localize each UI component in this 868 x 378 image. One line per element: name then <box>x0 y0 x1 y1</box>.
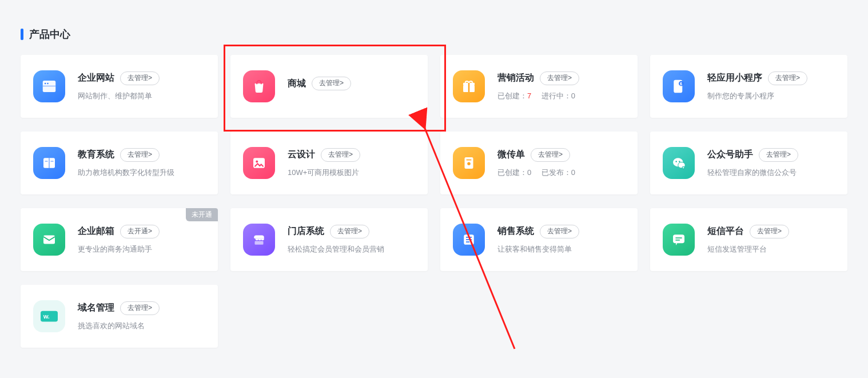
shopping-bag-icon <box>243 70 275 102</box>
card-title: 微传单 <box>497 149 525 161</box>
card-education[interactable]: 教育系统 去管理> 助力教培机构数字化转型升级 <box>21 132 218 194</box>
svg-rect-24 <box>255 241 264 245</box>
section-title: 产品中心 <box>29 27 70 41</box>
card-stats: 已创建：7 进行中：0 <box>497 91 625 101</box>
card-flyer[interactable]: 微传单 去管理> 已创建：0 已发布：0 <box>440 132 638 194</box>
manage-button[interactable]: 去管理> <box>330 225 369 238</box>
open-button[interactable]: 去开通> <box>120 225 160 238</box>
card-subtitle: 助力教培机构数字化转型升级 <box>78 168 205 178</box>
wechat-icon <box>663 147 695 179</box>
card-subtitle: 轻松搞定会员管理和会员营销 <box>288 244 415 254</box>
card-title: 企业邮箱 <box>78 225 114 237</box>
card-title: 轻应用小程序 <box>707 72 762 84</box>
book-icon <box>33 147 65 179</box>
miniapp-icon <box>663 70 695 102</box>
card-domain[interactable]: W. 域名管理 去管理> 挑选喜欢的网站域名 <box>21 285 218 348</box>
flyer-icon <box>453 147 485 179</box>
card-title: 云设计 <box>288 149 315 161</box>
domain-icon: W. <box>33 300 65 332</box>
manage-button[interactable]: 去管理> <box>120 71 160 85</box>
not-open-badge: 未开通 <box>186 208 218 221</box>
card-subtitle: 制作您的专属小程序 <box>707 91 835 101</box>
store-icon <box>243 224 275 256</box>
accent-bar <box>21 29 23 40</box>
card-store-system[interactable]: 门店系统 去管理> 轻松搞定会员管理和会员营销 <box>230 208 428 271</box>
card-title: 教育系统 <box>78 149 114 161</box>
svg-point-1 <box>45 83 46 85</box>
card-title: 域名管理 <box>78 302 114 314</box>
card-cloud-design[interactable]: 云设计 去管理> 10W+可商用模板图片 <box>230 132 428 194</box>
product-grid: 企业网站 去管理> 网站制作、维护都简单 商城 去管理> <box>21 55 847 348</box>
card-mall[interactable]: 商城 去管理> <box>230 55 428 118</box>
manage-button[interactable]: 去管理> <box>768 71 807 85</box>
card-subtitle: 短信发送管理平台 <box>707 244 835 254</box>
card-miniapp[interactable]: 轻应用小程序 去管理> 制作您的专属小程序 <box>650 55 847 118</box>
card-wechat-assistant[interactable]: 公众号助手 去管理> 轻松管理自家的微信公众号 <box>650 132 847 194</box>
card-subtitle: 更专业的商务沟通助手 <box>78 244 205 254</box>
gift-icon <box>453 70 485 102</box>
svg-point-20 <box>675 161 677 162</box>
manage-button[interactable]: 去管理> <box>540 225 579 238</box>
sms-icon <box>663 224 695 256</box>
card-subtitle: 网站制作、维护都简单 <box>78 91 205 101</box>
svg-rect-11 <box>45 161 48 162</box>
card-title: 公众号助手 <box>707 149 753 161</box>
card-subtitle: 10W+可商用模板图片 <box>288 168 415 178</box>
svg-rect-30 <box>675 237 682 238</box>
card-title: 商城 <box>288 78 306 90</box>
svg-point-21 <box>679 161 680 162</box>
manage-button[interactable]: 去管理> <box>120 301 160 315</box>
card-title: 门店系统 <box>288 225 324 237</box>
manage-button[interactable]: 去管理> <box>321 148 360 162</box>
manage-button[interactable]: 去管理> <box>750 225 789 238</box>
svg-rect-31 <box>675 240 680 241</box>
svg-rect-29 <box>673 234 684 243</box>
svg-rect-6 <box>468 83 470 92</box>
mail-icon <box>33 224 65 256</box>
list-icon <box>453 224 485 256</box>
manage-button[interactable]: 去管理> <box>120 148 160 162</box>
svg-point-14 <box>256 161 258 163</box>
svg-point-17 <box>467 162 471 166</box>
svg-text:W.: W. <box>43 314 50 320</box>
card-title: 短信平台 <box>707 225 744 237</box>
card-subtitle: 让获客和销售变得简单 <box>497 244 625 254</box>
manage-button[interactable]: 去管理> <box>312 77 351 90</box>
manage-button[interactable]: 去管理> <box>540 71 579 85</box>
card-subtitle: 轻松管理自家的微信公众号 <box>707 168 835 178</box>
section-header: 产品中心 <box>21 27 847 41</box>
svg-point-2 <box>47 83 49 85</box>
svg-rect-16 <box>467 160 472 161</box>
image-icon <box>243 147 275 179</box>
svg-rect-27 <box>466 239 472 240</box>
card-subtitle: 挑选喜欢的网站域名 <box>78 321 205 331</box>
manage-button[interactable]: 去管理> <box>531 148 570 162</box>
svg-rect-28 <box>466 241 469 242</box>
card-enterprise-website[interactable]: 企业网站 去管理> 网站制作、维护都简单 <box>21 55 218 118</box>
card-sales-system[interactable]: 销售系统 去管理> 让获客和销售变得简单 <box>440 208 638 271</box>
svg-rect-23 <box>43 236 55 244</box>
card-enterprise-mail[interactable]: 未开通 企业邮箱 去开通> 更专业的商务沟通助手 <box>21 208 218 271</box>
card-title: 销售系统 <box>497 225 534 237</box>
svg-rect-10 <box>49 158 50 168</box>
card-title: 企业网站 <box>78 72 114 84</box>
svg-rect-3 <box>43 86 56 87</box>
card-stats: 已创建：0 已发布：0 <box>497 168 625 178</box>
card-title: 营销活动 <box>497 72 534 84</box>
browser-icon <box>33 70 65 102</box>
card-marketing[interactable]: 营销活动 去管理> 已创建：7 进行中：0 <box>440 55 638 118</box>
card-sms-platform[interactable]: 短信平台 去管理> 短信发送管理平台 <box>650 208 847 271</box>
svg-rect-12 <box>51 161 54 162</box>
manage-button[interactable]: 去管理> <box>759 148 798 162</box>
svg-rect-26 <box>466 237 472 238</box>
